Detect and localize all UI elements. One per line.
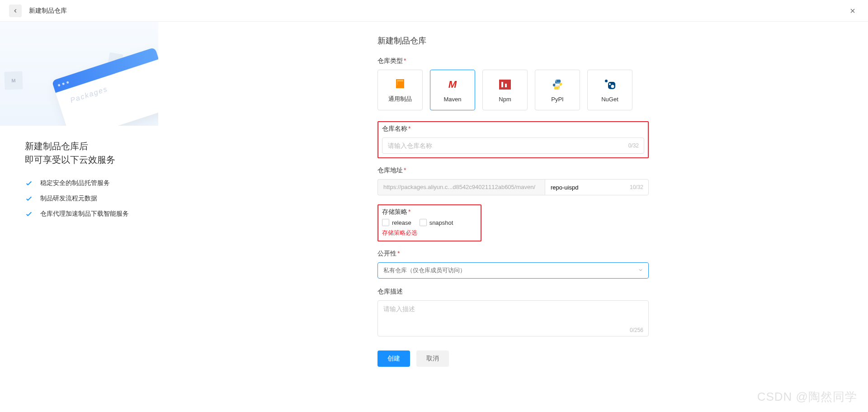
benefit-text: 仓库代理加速制品下载智能服务 bbox=[40, 210, 129, 218]
svg-rect-4 bbox=[505, 84, 507, 87]
type-card-maven[interactable]: M Maven bbox=[430, 70, 475, 110]
back-button[interactable] bbox=[9, 5, 22, 17]
visibility-label: 公开性* bbox=[377, 250, 649, 258]
form-actions: 创建 取消 bbox=[377, 350, 649, 367]
sidebar-info: 新建制品仓库后 即可享受以下云效服务 稳定安全的制品托管服务 制品研发流程元数据… bbox=[0, 126, 158, 218]
type-card-pypi[interactable]: PyPI bbox=[535, 70, 580, 110]
checkbox-icon bbox=[420, 219, 427, 226]
container: M Packages 新建制品仓库后 即可享受以下云效服务 稳定安全的制品托管服… bbox=[0, 22, 868, 385]
type-label: 仓库类型* bbox=[377, 57, 649, 65]
sidebar-heading: 即可享受以下云效服务 bbox=[25, 153, 158, 166]
form-title: 新建制品仓库 bbox=[377, 35, 649, 46]
benefit-text: 稳定安全的制品托管服务 bbox=[40, 179, 110, 187]
benefit-text: 制品研发流程元数据 bbox=[40, 194, 97, 203]
address-field: 仓库地址* https://packages.aliyun.c...d8542c… bbox=[377, 166, 649, 195]
svg-point-5 bbox=[556, 81, 557, 81]
page-header: 新建制品仓库 bbox=[0, 0, 868, 22]
benefit-item: 仓库代理加速制品下载智能服务 bbox=[25, 210, 158, 218]
storage-section-highlight: 存储策略* release snapshot 存储策略必选 bbox=[377, 204, 481, 242]
name-input[interactable] bbox=[382, 137, 644, 154]
svg-point-7 bbox=[605, 80, 608, 82]
name-counter: 0/32 bbox=[628, 142, 639, 149]
checkbox-icon bbox=[382, 219, 389, 226]
type-label-text: Maven bbox=[443, 96, 461, 103]
visibility-select[interactable]: 私有仓库（仅仓库成员可访问） bbox=[377, 262, 649, 279]
benefit-item: 稳定安全的制品托管服务 bbox=[25, 179, 158, 187]
description-field: 仓库描述 0/256 bbox=[377, 288, 649, 338]
sidebar-heading: 新建制品仓库后 bbox=[25, 139, 158, 153]
address-label: 仓库地址* bbox=[377, 166, 649, 175]
storage-error: 存储策略必选 bbox=[382, 229, 477, 237]
benefit-item: 制品研发流程元数据 bbox=[25, 194, 158, 203]
type-label-text: 通用制品 bbox=[388, 95, 412, 103]
name-label: 仓库名称* bbox=[382, 125, 644, 133]
checkbox-label: snapshot bbox=[429, 219, 453, 226]
nuget-icon bbox=[603, 78, 617, 91]
type-card-nuget[interactable]: NuGet bbox=[587, 70, 632, 110]
svg-point-9 bbox=[609, 83, 611, 85]
svg-point-6 bbox=[558, 88, 559, 89]
pypi-icon bbox=[551, 78, 564, 91]
type-label-text: PyPI bbox=[551, 96, 563, 103]
form: 新建制品仓库 仓库类型* 通用制品 M Maven Npm PyPI bbox=[377, 35, 649, 367]
description-label: 仓库描述 bbox=[377, 288, 649, 296]
description-counter: 0/256 bbox=[630, 327, 643, 333]
storage-snapshot-checkbox[interactable]: snapshot bbox=[420, 219, 453, 226]
svg-point-10 bbox=[611, 85, 614, 88]
box-icon: M bbox=[4, 71, 23, 90]
svg-rect-3 bbox=[501, 82, 503, 87]
generic-icon bbox=[393, 77, 407, 90]
name-section-highlight: 仓库名称* 0/32 bbox=[377, 121, 649, 158]
address-prefix: https://packages.aliyun.c...d8542c940211… bbox=[377, 179, 545, 195]
packages-card: Packages bbox=[52, 47, 158, 126]
maven-icon: M bbox=[446, 78, 459, 91]
repo-type-row: 通用制品 M Maven Npm PyPI NuGet bbox=[377, 70, 649, 110]
visibility-field: 公开性* 私有仓库（仅仓库成员可访问） bbox=[377, 250, 649, 279]
check-icon bbox=[25, 194, 33, 203]
description-textarea[interactable] bbox=[377, 300, 649, 336]
submit-button[interactable]: 创建 bbox=[377, 350, 410, 367]
address-counter: 10/32 bbox=[630, 184, 643, 190]
close-icon bbox=[849, 7, 856, 14]
arrow-left-icon bbox=[12, 8, 19, 14]
main: 新建制品仓库 仓库类型* 通用制品 M Maven Npm PyPI bbox=[158, 22, 868, 385]
type-label-text: Npm bbox=[499, 96, 511, 103]
type-card-npm[interactable]: Npm bbox=[482, 70, 528, 110]
illustration: M Packages bbox=[0, 22, 158, 126]
storage-label: 存储策略* bbox=[382, 208, 477, 216]
svg-rect-1 bbox=[397, 80, 403, 81]
storage-release-checkbox[interactable]: release bbox=[382, 219, 411, 226]
check-icon bbox=[25, 179, 33, 187]
chevron-down-icon bbox=[638, 267, 643, 274]
cancel-button[interactable]: 取消 bbox=[416, 350, 449, 367]
type-card-generic[interactable]: 通用制品 bbox=[377, 70, 423, 110]
sidebar: M Packages 新建制品仓库后 即可享受以下云效服务 稳定安全的制品托管服… bbox=[0, 22, 158, 385]
close-button[interactable] bbox=[846, 5, 859, 17]
check-icon bbox=[25, 210, 33, 218]
header-title: 新建制品仓库 bbox=[29, 7, 67, 15]
npm-icon bbox=[498, 78, 512, 91]
checkbox-label: release bbox=[392, 219, 411, 226]
type-label-text: NuGet bbox=[601, 96, 618, 103]
benefits-list: 稳定安全的制品托管服务 制品研发流程元数据 仓库代理加速制品下载智能服务 bbox=[25, 179, 158, 218]
